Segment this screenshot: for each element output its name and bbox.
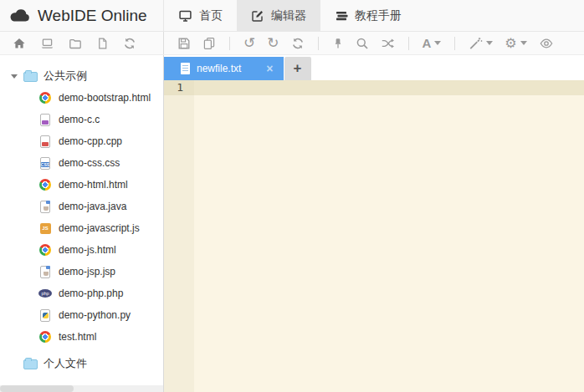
code-editor[interactable]: 1	[164, 80, 584, 392]
new-file-icon[interactable]	[96, 37, 109, 50]
caret-down-icon[interactable]	[11, 74, 18, 79]
tree-file[interactable]: demo-c.c	[0, 109, 163, 130]
file-tree: 公共示例 demo-bootstrap.html demo-c.c demo-c…	[0, 55, 163, 374]
tree-file[interactable]: demo-cpp.cpp	[0, 130, 163, 152]
nav-item-label: 编辑器	[271, 8, 306, 23]
editor-pane: newfile.txt × + 1	[164, 55, 584, 392]
js-file-icon	[38, 221, 52, 235]
manual-icon	[335, 9, 348, 23]
scrollbar-thumb[interactable]	[0, 385, 74, 392]
pin-icon[interactable]	[332, 37, 344, 50]
nav-item-label: 首页	[199, 8, 223, 23]
tree-file[interactable]: demo-js.html	[0, 239, 163, 261]
main-nav: 首页 编辑器 教程手册	[164, 0, 416, 31]
file-tree-sidebar: 公共示例 demo-bootstrap.html demo-c.c demo-c…	[0, 55, 164, 392]
chrome-icon	[38, 330, 52, 344]
toolbar: ↺ ↻ A	[0, 32, 584, 55]
tree-file[interactable]: demo-html.html	[0, 174, 163, 196]
nav-item-label: 教程手册	[355, 8, 402, 23]
chrome-icon	[38, 91, 52, 104]
sync-icon[interactable]	[291, 37, 305, 50]
toolbar-separator	[408, 37, 409, 50]
tree-file[interactable]: demo-python.py	[0, 304, 163, 326]
shuffle-icon[interactable]	[381, 37, 395, 50]
line-number-gutter: 1	[164, 80, 194, 392]
folder-label: 公共示例	[44, 69, 87, 84]
file-label: demo-php.php	[59, 288, 123, 299]
horizontal-scrollbar[interactable]	[0, 385, 163, 392]
sidebar-toolbar	[0, 32, 164, 54]
nav-item-home[interactable]: 首页	[164, 0, 237, 31]
font-icon: A	[423, 37, 432, 49]
file-label: demo-python.py	[59, 309, 131, 321]
tree-file[interactable]: demo-java.java	[0, 196, 163, 217]
tab-newfile[interactable]: newfile.txt ×	[164, 57, 284, 80]
gear-icon: ⚙	[505, 37, 516, 50]
c-file-icon	[38, 113, 52, 126]
chevron-down-icon	[520, 41, 527, 45]
home-icon[interactable]	[13, 37, 26, 50]
close-icon[interactable]: ×	[266, 63, 273, 74]
content-area: 公共示例 demo-bootstrap.html demo-c.c demo-c…	[0, 55, 584, 392]
brand-title: WebIDE Online	[38, 7, 147, 25]
tree-folder-personal-files[interactable]: 个人文件	[0, 353, 163, 374]
python-file-icon	[38, 308, 52, 322]
nav-item-editor[interactable]: 编辑器	[237, 0, 320, 31]
file-label: demo-bootstrap.html	[59, 92, 151, 104]
file-label: demo-c.c	[59, 114, 100, 125]
edit-icon	[251, 9, 264, 23]
editor-toolbar: ↺ ↻ A	[164, 36, 554, 50]
toolbar-separator	[229, 37, 230, 50]
font-dropdown[interactable]: A	[423, 37, 442, 49]
chevron-down-icon	[486, 41, 493, 45]
cpp-file-icon	[38, 135, 52, 148]
tree-file[interactable]: demo-jsp.jsp	[0, 261, 163, 283]
file-label: demo-cpp.cpp	[59, 135, 122, 147]
eye-icon[interactable]	[539, 37, 554, 50]
file-label: demo-javascript.js	[59, 222, 140, 234]
chrome-icon	[38, 178, 52, 191]
toolbar-separator	[454, 37, 455, 50]
folder-icon	[23, 359, 38, 369]
file-label: demo-java.java	[59, 201, 126, 212]
tree-folder-public-examples[interactable]: 公共示例	[0, 65, 163, 87]
undo-icon[interactable]: ↺	[243, 36, 255, 50]
file-label: demo-js.html	[59, 244, 116, 256]
redo-icon[interactable]: ↻	[267, 36, 279, 50]
folder-open-icon	[23, 72, 38, 82]
code-content[interactable]	[194, 80, 584, 392]
search-icon[interactable]	[356, 37, 369, 50]
refresh-icon[interactable]	[123, 37, 136, 50]
php-file-icon	[38, 287, 52, 300]
file-label: test.html	[59, 331, 96, 343]
tree-file[interactable]: test.html	[0, 326, 163, 348]
java-file-icon	[38, 200, 52, 213]
wand-dropdown[interactable]	[469, 37, 493, 50]
file-icon	[181, 63, 190, 74]
file-label: demo-css.css	[59, 157, 120, 169]
line-number: 1	[164, 80, 194, 95]
active-line[interactable]	[194, 80, 584, 95]
laptop-icon[interactable]	[40, 37, 54, 50]
nav-item-manual[interactable]: 教程手册	[320, 0, 416, 31]
settings-dropdown[interactable]: ⚙	[505, 37, 526, 50]
css-file-icon: CSS	[38, 156, 52, 170]
paste-icon[interactable]	[202, 37, 216, 50]
tree-file[interactable]: demo-php.php	[0, 283, 163, 304]
new-tab-button[interactable]: +	[284, 57, 311, 80]
tree-file[interactable]: CSS demo-css.css	[0, 152, 163, 174]
jsp-file-icon	[38, 265, 52, 278]
tree-file[interactable]: demo-bootstrap.html	[0, 87, 163, 109]
folder-label: 个人文件	[44, 356, 87, 371]
desktop-icon	[178, 9, 192, 23]
tree-file[interactable]: demo-javascript.js	[0, 217, 163, 239]
file-label: demo-jsp.jsp	[59, 266, 115, 277]
webide-app: WebIDE Online 首页 编辑器 教程手册	[0, 0, 584, 392]
chrome-icon	[38, 243, 52, 257]
file-label: demo-html.html	[59, 179, 128, 191]
save-icon[interactable]	[177, 37, 191, 50]
top-navbar: WebIDE Online 首页 编辑器 教程手册	[0, 0, 584, 32]
folder-icon[interactable]	[69, 37, 82, 50]
chevron-down-icon	[434, 41, 441, 45]
brand[interactable]: WebIDE Online	[0, 0, 164, 31]
